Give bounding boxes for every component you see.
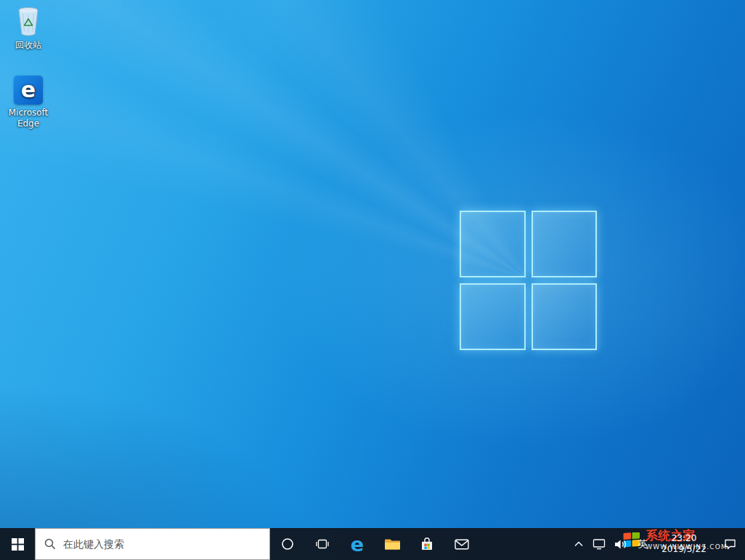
recycle-bin-desktop-icon[interactable]: 回收站	[1, 5, 56, 51]
clock-time: 23:20	[672, 533, 697, 544]
edge-icon: e	[14, 76, 43, 105]
mail-envelope-icon	[455, 539, 469, 550]
microsoft-edge-desktop-icon[interactable]: e Microsoft Edge	[1, 76, 56, 129]
tray-ime-indicator[interactable]: 英	[632, 528, 654, 560]
recycle-bin-label: 回收站	[15, 40, 41, 51]
tray-clock[interactable]: 23:20 2019/5/22	[654, 528, 715, 560]
wallpaper-windows-logo	[460, 211, 597, 350]
microsoft-store-button[interactable]	[410, 528, 444, 560]
desktop-wallpaper	[0, 0, 745, 560]
edge-icon: e	[351, 535, 364, 554]
start-windows-icon	[12, 538, 24, 551]
taskbar-search-box[interactable]	[35, 528, 270, 560]
taskbar: e	[0, 528, 745, 560]
start-button[interactable]	[0, 528, 35, 560]
store-bag-icon	[420, 537, 434, 551]
file-explorer-folder-icon	[384, 537, 401, 551]
edge-label: Microsoft Edge	[1, 107, 56, 129]
action-center-icon	[724, 538, 736, 550]
windows-logo-pane	[460, 211, 526, 277]
recycle-bin-icon	[14, 5, 43, 37]
chevron-up-icon	[574, 541, 583, 547]
tray-volume-button[interactable]	[610, 528, 632, 560]
tray-show-hidden-icons-button[interactable]	[569, 528, 588, 560]
cortana-circle-icon	[281, 537, 294, 551]
system-tray: 英 23:20 2019/5/22	[569, 528, 745, 560]
search-icon	[44, 538, 56, 550]
windows-desktop-screen: 回收站 e Microsoft Edge	[0, 0, 745, 560]
clock-date: 2019/5/22	[661, 544, 707, 555]
windows-logo-pane	[460, 283, 526, 350]
file-explorer-button[interactable]	[375, 528, 410, 560]
search-input[interactable]	[63, 538, 261, 550]
windows-logo-pane	[532, 211, 598, 277]
task-view-button[interactable]	[305, 528, 340, 560]
task-view-icon	[316, 538, 329, 550]
cortana-button[interactable]	[270, 528, 305, 560]
windows-logo-pane	[532, 283, 598, 350]
network-icon	[593, 538, 606, 550]
volume-speaker-icon	[614, 539, 627, 550]
mail-button[interactable]	[444, 528, 479, 560]
action-center-button[interactable]	[715, 528, 745, 560]
tray-network-button[interactable]	[588, 528, 610, 560]
edge-taskbar-button[interactable]: e	[340, 528, 375, 560]
